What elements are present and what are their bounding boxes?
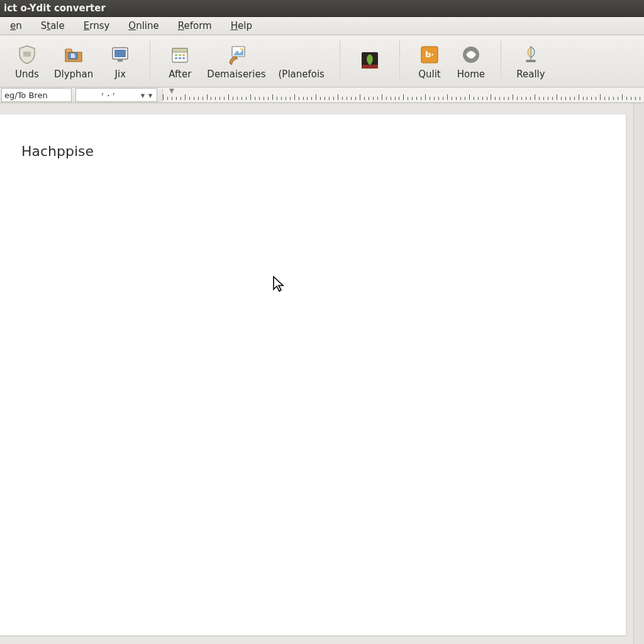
toolbar-group-2: After Demaiseries (Planefois: [157, 35, 333, 87]
menu-stale[interactable]: Stale: [33, 18, 72, 33]
tool-after[interactable]: After: [160, 41, 199, 81]
toolbar-group-1: Unds B Dlyphan Jix: [4, 35, 143, 87]
svg-rect-9: [175, 54, 177, 56]
vertical-scrollbar[interactable]: [633, 103, 644, 644]
tool-label: Unds: [15, 69, 39, 80]
menu-online[interactable]: Online: [121, 18, 166, 33]
svg-rect-0: [23, 52, 31, 57]
style-selector-value: eg/To Bren: [4, 91, 48, 100]
tool-label: Demaiseries: [207, 69, 265, 80]
toolbar-separator: [501, 41, 501, 81]
cursor-icon: [272, 275, 287, 293]
tool-label: (Planefois: [279, 69, 325, 80]
blank-icon: [290, 43, 313, 66]
tool-jix[interactable]: Jix: [101, 41, 140, 81]
menu-en[interactable]: en: [3, 18, 30, 33]
svg-rect-11: [182, 54, 185, 56]
sail-icon: [519, 43, 542, 66]
chevron-down-icon: ▾: [147, 91, 154, 100]
svg-rect-14: [182, 57, 185, 59]
toolbar-separator: [340, 41, 340, 81]
menubar: en Stale Ernsy Online Reform Help: [0, 17, 644, 35]
svg-rect-8: [172, 48, 187, 52]
tool-unds[interactable]: Unds: [8, 41, 47, 81]
toolbar-separator: [399, 41, 400, 81]
chevron-down-icon: ▾: [139, 91, 147, 100]
tool-leaf[interactable]: [350, 47, 389, 75]
tool-label: Dlyphan: [54, 69, 93, 80]
tool-home[interactable]: Home: [452, 41, 491, 81]
swirl-icon: [460, 43, 482, 66]
tool-qulit[interactable]: b· Qulit: [410, 41, 449, 81]
workarea: Hachppise: [0, 103, 644, 644]
svg-rect-13: [179, 57, 181, 59]
menu-ernsy[interactable]: Ernsy: [76, 18, 118, 33]
tool-dlyphan[interactable]: B Dlyphan: [49, 41, 98, 81]
document-body-text: Hachppise: [21, 143, 94, 159]
tool-label: After: [169, 69, 191, 80]
toolbar: Unds B Dlyphan Jix: [0, 35, 644, 87]
folder-b-icon: B: [62, 43, 85, 66]
svg-rect-1: [65, 49, 72, 52]
tool-label: Jix: [115, 69, 126, 80]
tool-label: Qulit: [418, 69, 441, 80]
svg-rect-12: [175, 57, 177, 59]
toolbar-group-4: b· Qulit Home: [406, 35, 494, 87]
tool-planefois[interactable]: (Planefois: [274, 41, 330, 81]
toolbar-group-5: Really: [508, 35, 554, 87]
size-selector-value: ʳ·ʳ: [79, 91, 139, 100]
toolbar-separator: [150, 41, 150, 81]
svg-rect-5: [114, 50, 126, 57]
size-selector[interactable]: ʳ·ʳ ▾ ▾: [75, 88, 157, 102]
shield-icon: [16, 43, 38, 66]
toolbar-group-3: [347, 35, 393, 87]
style-selector[interactable]: eg/To Bren: [1, 88, 72, 102]
svg-rect-6: [118, 60, 123, 62]
leaf-dark-icon: [358, 49, 381, 72]
svg-point-17: [240, 48, 243, 50]
brush-photo-icon: [225, 43, 248, 66]
menu-help[interactable]: Help: [223, 18, 260, 33]
window-title: ict o-Ydit converter: [4, 3, 106, 14]
svg-rect-23: [526, 60, 536, 62]
svg-text:B: B: [71, 53, 75, 59]
svg-rect-10: [179, 54, 181, 56]
bp-orange-icon: b·: [418, 43, 441, 66]
format-strip: eg/To Bren ʳ·ʳ ▾ ▾: [0, 87, 644, 103]
document-page[interactable]: Hachppise: [0, 114, 626, 635]
horizontal-ruler[interactable]: [162, 88, 644, 102]
screen-icon: [109, 43, 131, 66]
tool-demaiseries[interactable]: Demaiseries: [202, 41, 270, 81]
titlebar: ict o-Ydit converter: [0, 0, 644, 17]
svg-text:b·: b·: [425, 50, 434, 59]
svg-rect-19: [362, 65, 378, 69]
tool-really[interactable]: Really: [511, 41, 550, 81]
tool-label: Really: [516, 69, 545, 80]
menu-reform[interactable]: Reform: [170, 18, 219, 33]
calendar-icon: [169, 43, 191, 66]
tool-label: Home: [457, 69, 485, 80]
